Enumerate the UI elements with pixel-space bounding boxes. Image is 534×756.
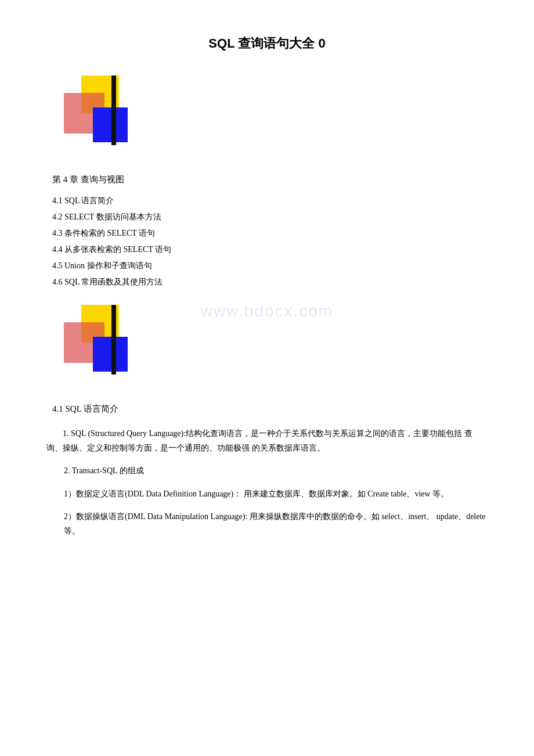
paragraph-3: 1）数据定义语言(DDL Data Definition Language)： … xyxy=(64,487,488,501)
shape-blue-top xyxy=(93,107,128,142)
section41-heading: 4.1 SQL 语言简介 xyxy=(52,404,488,415)
toc-item-4: 4.4 从多张表检索的 SELECT 语句 xyxy=(52,244,488,255)
watermark: www.bdocx.com xyxy=(201,302,333,321)
toc-item-3: 4.3 条件检索的 SELECT 语句 xyxy=(52,228,488,239)
paragraph-1: 1. SQL (Structured Query Language):结构化查询… xyxy=(46,426,488,455)
logo-graphic-top xyxy=(64,75,145,151)
logo-graphic-bottom xyxy=(64,305,145,380)
toc-section: 4.1 SQL 语言简介 4.2 SELECT 数据访问基本方法 4.3 条件检… xyxy=(46,196,488,287)
shape-black-bar-top xyxy=(111,75,116,145)
paragraph-4: 2）数据操纵语言(DML Data Manipulation Language)… xyxy=(64,509,488,538)
toc-item-2: 4.2 SELECT 数据访问基本方法 xyxy=(52,212,488,222)
toc-item-5: 4.5 Union 操作和子查询语句 xyxy=(52,261,488,271)
toc-item-1: 4.1 SQL 语言简介 xyxy=(52,196,488,206)
toc-item-6: 4.6 SQL 常用函数及其使用方法 xyxy=(52,277,488,287)
shape-black-bar-bottom xyxy=(111,305,116,375)
page-title: SQL 查询语句大全 0 xyxy=(46,35,488,52)
section41-intro: 4.1 SQL 语言简介 xyxy=(46,404,488,415)
chapter-heading: 第 4 章 查询与视图 xyxy=(52,174,488,185)
shape-blue-bottom xyxy=(93,337,128,372)
paragraph-2: 2. Transact-SQL 的组成 xyxy=(64,463,488,478)
